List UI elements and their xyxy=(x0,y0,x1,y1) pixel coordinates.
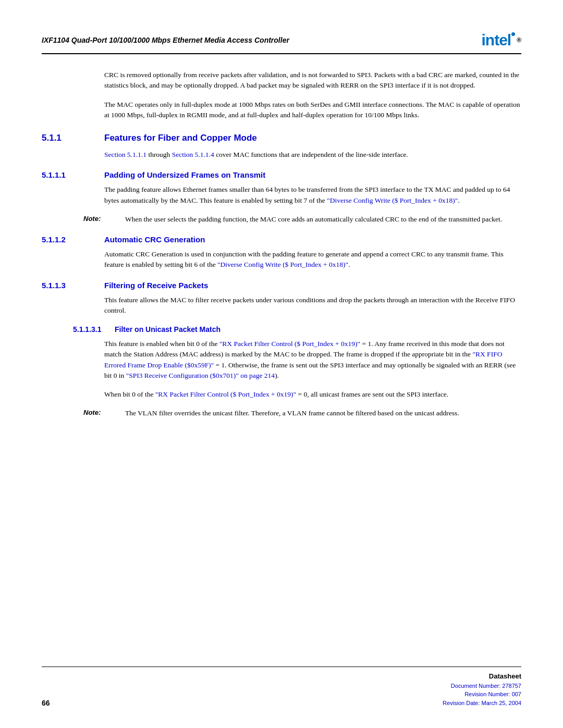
footer-date: Revision Date: March 25, 2004 xyxy=(443,699,521,708)
footer-info: Datasheet Document Number: 278757 Revisi… xyxy=(443,671,521,707)
section-51131-heading: 5.1.1.3.1 Filter on Unicast Packet Match xyxy=(73,325,521,334)
note-text-1: When the user selects the padding functi… xyxy=(125,214,521,225)
link-rx-filter-1[interactable]: "RX Packet Filter Control ($ Port_Index … xyxy=(219,340,360,348)
section-511-heading: 5.1.1 Features for Fiber and Copper Mode xyxy=(42,133,521,143)
document-title: IXF1104 Quad-Port 10/100/1000 Mbps Ether… xyxy=(42,36,289,44)
intel-logo: intel® xyxy=(481,31,521,49)
section-5111-note: Note: When the user selects the padding … xyxy=(83,214,521,225)
section-5112-heading: 5.1.1.2 Automatic CRC Generation xyxy=(42,235,521,244)
link-5114[interactable]: Section 5.1.1.4 xyxy=(172,151,214,158)
intro-paragraph-1: CRC is removed optionally from receive p… xyxy=(104,70,521,91)
intro-paragraph-2: The MAC operates only in full-duplex mod… xyxy=(104,100,521,121)
note-text-2: The VLAN filter overrides the unicast fi… xyxy=(125,408,521,418)
section-51131-body2: When bit 0 of the "RX Packet Filter Cont… xyxy=(104,389,521,400)
section-5112-title: Automatic CRC Generation xyxy=(104,235,205,244)
page-footer: 66 Datasheet Document Number: 278757 Rev… xyxy=(42,667,521,707)
section-51131-note: Note: The VLAN filter overrides the unic… xyxy=(83,408,521,418)
page-header: IXF1104 Quad-Port 10/100/1000 Mbps Ether… xyxy=(42,31,521,54)
section-5111-body: The padding feature allows Ethernet fram… xyxy=(104,184,521,206)
footer-doc-number: Document Number: 278757 xyxy=(443,682,521,690)
section-5113-title: Filtering of Receive Packets xyxy=(104,281,208,290)
section-5111-title: Padding of Undersized Frames on Transmit xyxy=(104,170,265,179)
note-label-2: Note: xyxy=(83,408,125,418)
link-spi3-config[interactable]: "SPI3 Receive Configuration ($0x701)" on… xyxy=(126,372,275,379)
section-5112-num: 5.1.1.2 xyxy=(42,235,104,244)
footer-datasheet-label: Datasheet xyxy=(443,671,521,682)
footer-revision: Revision Number: 007 xyxy=(443,690,521,699)
section-5113-heading: 5.1.1.3 Filtering of Receive Packets xyxy=(42,281,521,290)
reg-mark: ® xyxy=(517,36,521,44)
link-diverse-config-2[interactable]: "Diverse Config Write ($ Port_Index + 0x… xyxy=(217,261,348,268)
section-5111-heading: 5.1.1.1 Padding of Undersized Frames on … xyxy=(42,170,521,179)
section-51131-num: 5.1.1.3.1 xyxy=(73,325,115,334)
section-5113-num: 5.1.1.3 xyxy=(42,281,104,290)
logo-text: int xyxy=(481,31,499,49)
section-5112-body: Automatic CRC Generation is used in conj… xyxy=(104,249,521,270)
link-5111[interactable]: Section 5.1.1.1 xyxy=(104,151,146,158)
logo-e: e xyxy=(499,31,507,49)
note-label-1: Note: xyxy=(83,214,125,225)
section-511-title: Features for Fiber and Copper Mode xyxy=(104,133,257,143)
section-51131-title: Filter on Unicast Packet Match xyxy=(115,325,221,334)
logo-l: l xyxy=(507,31,511,49)
link-rx-filter-2[interactable]: "RX Packet Filter Control ($ Port_Index … xyxy=(155,390,296,398)
section-5111-num: 5.1.1.1 xyxy=(42,170,104,179)
section-511-intro: Section 5.1.1.1 through Section 5.1.1.4 … xyxy=(104,150,521,160)
page: IXF1104 Quad-Port 10/100/1000 Mbps Ether… xyxy=(0,0,563,728)
section-51131-body1: This feature is enabled when bit 0 of th… xyxy=(104,339,521,381)
page-number: 66 xyxy=(42,699,50,707)
section-511-num: 5.1.1 xyxy=(42,133,104,143)
link-rx-fifo[interactable]: "RX FIFO Errored Frame Drop Enable ($0x5… xyxy=(104,350,502,368)
link-diverse-config-1[interactable]: "Diverse Config Write ($ Port_Index + 0x… xyxy=(327,196,458,204)
section-5113-body: This feature allows the MAC to filter re… xyxy=(104,295,521,316)
